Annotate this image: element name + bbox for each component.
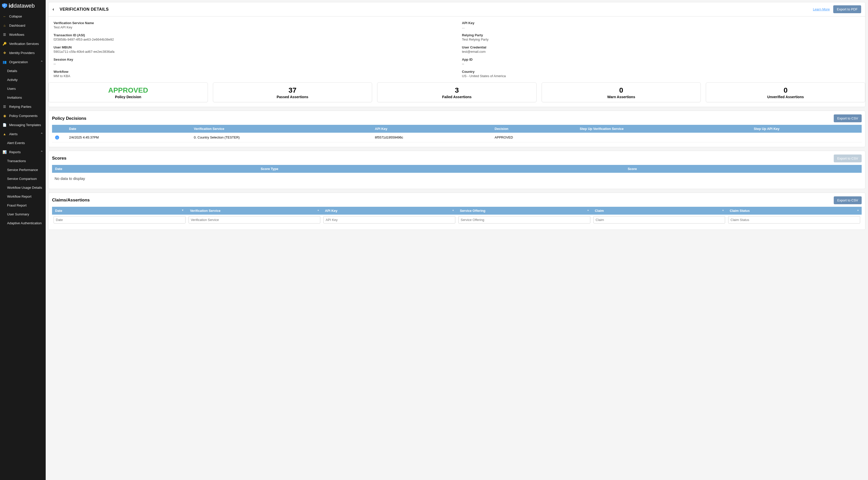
stat-value: 37 [213,86,372,94]
col-stepup-key[interactable]: Step Up API Key [751,125,862,133]
sidebar-label: Service Performance [7,168,38,172]
sidebar-label: Reports [9,150,21,154]
sort-icon: ♦ [857,209,859,212]
detail-value: f2f3858b-9497-4f53-ae63-2e6644b38e92 [54,37,452,41]
export-pdf-button[interactable]: Export to PDF [833,5,861,13]
cell-date: 2/4/2025 4:45:37PM [66,133,191,142]
filter-service-input[interactable] [458,216,590,224]
sidebar-label: Policy Components [9,114,37,118]
detail-value: test@email.com [462,50,860,54]
detail-label: Relying Party [462,33,860,37]
sidebar-item-transactions[interactable]: Transactions [0,157,46,165]
sidebar-item-workflows[interactable]: ☰Workflows [0,30,46,39]
sidebar: iddataweb ←Collapse ⌂Dashboard ☰Workflow… [0,0,46,480]
sidebar-item-identity-providers[interactable]: ✥Identity Providers [0,48,46,57]
sidebar-item-policy-components[interactable]: ◉Policy Components [0,111,46,120]
sidebar-item-verification-services[interactable]: 🔑Verification Services [0,39,46,48]
sidebar-label: Verification Services [9,42,39,46]
col-claim[interactable]: Claim♦ [592,207,727,215]
col-stepup-vs[interactable]: Step Up Verification Service [577,125,751,133]
sidebar-label: Relying Parties [9,105,31,108]
sidebar-label: Alert Events [7,141,25,145]
col-service[interactable]: Service Offering♦ [457,207,592,215]
stat-label: Failed Assertions [377,95,536,99]
policy-decisions-section: Policy Decisions Export to CSV Date Veri… [48,110,865,147]
chevron-up-icon: ⌃ [40,60,43,64]
sidebar-item-organization[interactable]: 👥Organization⌃ [0,57,46,66]
learn-more-link[interactable]: Learn More [813,7,830,11]
col-type[interactable]: Score Type [258,165,625,173]
detail-label: Verification Service Name [54,21,452,25]
claims-table: Date▼ Verification Service♦ API Key♦ Ser… [52,207,862,225]
cell-stepup-vs [577,133,751,142]
chevron-up-icon: ⌃ [40,150,43,154]
main-content: ‹ VERIFICATION DETAILS Learn More Export… [46,0,868,480]
page-header: ‹ VERIFICATION DETAILS Learn More Export… [49,2,865,17]
back-button[interactable]: ‹ [53,7,58,12]
filter-vs-input[interactable] [189,216,320,224]
sidebar-item-dashboard[interactable]: ⌂Dashboard [0,21,46,30]
logo-prefix: id [9,3,14,9]
sidebar-item-alerts[interactable]: ▲Alerts⌃ [0,129,46,138]
logo: iddataweb [0,0,46,12]
arrow-left-icon: ← [3,14,7,18]
col-date[interactable]: Date [66,125,191,133]
col-score[interactable]: Score [625,165,862,173]
stat-label: Passed Assertions [213,95,372,99]
sidebar-label: User Summary [7,212,29,216]
col-status[interactable]: Claim Status♦ [726,207,862,215]
stat-unverified: 0Unverified Assertions [706,83,865,102]
filter-date-input[interactable] [54,216,186,224]
col-vs[interactable]: Verification Service♦ [187,207,322,215]
detail-label: Transaction ID (ASI) [54,33,452,37]
sort-desc-icon: ▼ [182,209,184,212]
sidebar-item-fraud-report[interactable]: Fraud Report [0,201,46,210]
expand-row-button[interactable]: ⌄ [55,135,59,139]
sidebar-item-service-performance[interactable]: Service Performance [0,165,46,174]
col-apikey[interactable]: API Key♦ [322,207,457,215]
sidebar-item-adaptive-auth[interactable]: Adaptive Authentication [0,219,46,228]
sidebar-item-users[interactable]: Users [0,84,46,93]
section-title: Claims/Assertions [52,198,90,203]
key-icon: 🔑 [3,42,7,46]
col-date[interactable]: Date▼ [52,207,187,215]
sidebar-label: Messaging Templates [9,123,41,127]
col-apikey[interactable]: API Key [372,125,492,133]
details-card: ‹ VERIFICATION DETAILS Learn More Export… [48,2,865,107]
sidebar-item-activity[interactable]: Activity [0,75,46,84]
sidebar-item-alert-events[interactable]: Alert Events [0,138,46,148]
col-decision[interactable]: Decision [492,125,577,133]
sidebar-item-messaging-templates[interactable]: 📄Messaging Templates [0,120,46,129]
col-date[interactable]: Date [52,165,258,173]
page-title: VERIFICATION DETAILS [60,7,108,12]
scores-section: Scores Export to CSV Date Score Type Sco… [48,151,865,189]
filter-claim-input[interactable] [593,216,725,224]
detail-label: User MBUN [54,45,452,49]
sidebar-label: Fraud Report [7,203,27,207]
sidebar-label: Workflow Usage Details [7,186,42,190]
cell-stepup-key [751,133,862,142]
sidebar-label: Adaptive Authentication [7,221,42,225]
collapse-label: Collapse [9,14,22,18]
sidebar-item-details[interactable]: Details [0,66,46,75]
sidebar-item-reports[interactable]: 📊Reports⌃ [0,148,46,157]
export-csv-button[interactable]: Export to CSV [834,115,862,122]
filter-apikey-input[interactable] [323,216,455,224]
details-grid: Verification Service NameTest API Key AP… [49,17,865,83]
sidebar-label: Identity Providers [9,51,34,55]
sidebar-item-workflow-usage-details[interactable]: Workflow Usage Details [0,183,46,192]
sidebar-item-workflow-report[interactable]: Workflow Report [0,192,46,201]
sidebar-item-service-comparison[interactable]: Service Comparison [0,174,46,183]
collapse-button[interactable]: ←Collapse [0,12,46,21]
export-csv-button[interactable]: Export to CSV [834,196,862,204]
filter-status-input[interactable] [728,216,860,224]
list-icon: ☰ [3,32,7,36]
col-vs[interactable]: Verification Service [191,125,372,133]
scores-table: Date Score Type Score [52,165,862,173]
export-csv-button[interactable]: Export to CSV [834,155,862,162]
sidebar-item-relying-parties[interactable]: ☰Relying Parties [0,102,46,111]
detail-value: -- [54,62,452,66]
sidebar-item-user-summary[interactable]: User Summary [0,210,46,219]
sidebar-item-invitations[interactable]: Invitations [0,93,46,102]
sidebar-label: Organization [9,60,28,64]
